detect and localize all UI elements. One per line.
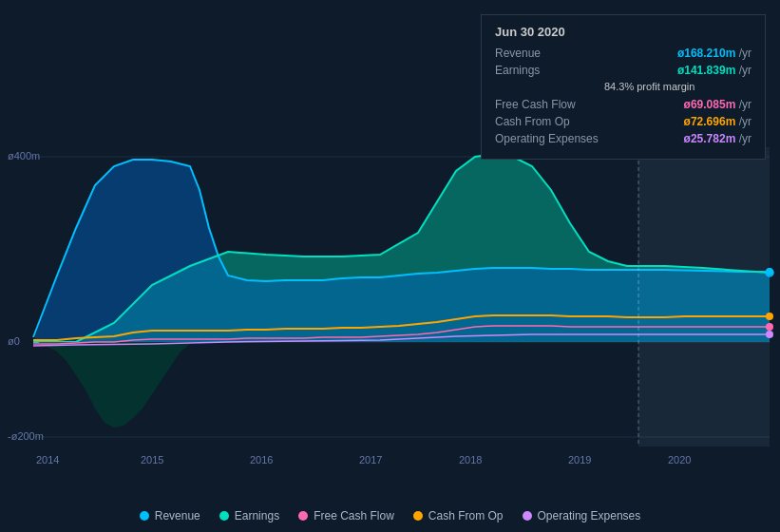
opex-legend-label: Operating Expenses xyxy=(538,509,641,522)
svg-point-8 xyxy=(766,313,773,320)
svg-text:2016: 2016 xyxy=(250,454,273,466)
cashfromop-legend-dot xyxy=(413,511,423,521)
legend-item-revenue[interactable]: Revenue xyxy=(140,509,200,522)
svg-text:2014: 2014 xyxy=(36,454,59,466)
fcf-legend-label: Free Cash Flow xyxy=(314,509,394,522)
earnings-legend-label: Earnings xyxy=(235,509,279,522)
legend-item-fcf[interactable]: Free Cash Flow xyxy=(298,509,394,522)
legend-item-earnings[interactable]: Earnings xyxy=(219,509,279,522)
profit-margin: 84.3% profit margin xyxy=(604,81,751,92)
svg-text:ø0: ø0 xyxy=(8,335,20,347)
cashfromop-label: Cash From Op xyxy=(495,115,599,128)
info-row-revenue: Revenue ø168.210m /yr xyxy=(495,47,751,60)
svg-text:2020: 2020 xyxy=(668,454,691,466)
revenue-legend-label: Revenue xyxy=(155,509,200,522)
fcf-label: Free Cash Flow xyxy=(495,98,599,111)
fcf-legend-dot xyxy=(298,511,308,521)
svg-text:2017: 2017 xyxy=(359,454,382,466)
earnings-label: Earnings xyxy=(495,64,599,77)
info-box: Jun 30 2020 Revenue ø168.210m /yr Earnin… xyxy=(481,14,766,160)
info-row-earnings: Earnings ø141.839m /yr xyxy=(495,64,751,77)
legend-item-cashfromop[interactable]: Cash From Op xyxy=(413,509,504,522)
svg-text:2015: 2015 xyxy=(141,454,163,466)
earnings-value: ø141.839m /yr xyxy=(677,64,751,77)
info-row-fcf: Free Cash Flow ø69.085m /yr xyxy=(495,98,751,111)
legend-item-opex[interactable]: Operating Expenses xyxy=(523,509,641,522)
svg-text:-ø200m: -ø200m xyxy=(8,430,44,442)
chart-container: ø400m ø0 -ø200m 2014 2015 2016 2017 2018… xyxy=(0,0,780,532)
svg-text:2018: 2018 xyxy=(459,454,482,466)
chart-legend: Revenue Earnings Free Cash Flow Cash Fro… xyxy=(0,509,780,522)
revenue-value: ø168.210m /yr xyxy=(677,47,751,60)
opex-legend-dot xyxy=(523,511,532,521)
revenue-legend-dot xyxy=(140,511,149,521)
svg-text:ø400m: ø400m xyxy=(8,150,40,162)
info-box-date: Jun 30 2020 xyxy=(495,25,751,39)
info-row-opex: Operating Expenses ø25.782m /yr xyxy=(495,132,751,145)
opex-value: ø25.782m /yr xyxy=(684,132,751,145)
earnings-legend-dot xyxy=(219,511,229,521)
svg-point-10 xyxy=(766,331,773,338)
svg-text:2019: 2019 xyxy=(568,454,591,466)
opex-label: Operating Expenses xyxy=(495,132,599,145)
revenue-label: Revenue xyxy=(495,47,599,60)
cashfromop-legend-label: Cash From Op xyxy=(428,509,504,522)
info-row-cashfromop: Cash From Op ø72.696m /yr xyxy=(495,115,751,128)
svg-point-9 xyxy=(766,323,773,331)
cashfromop-value: ø72.696m /yr xyxy=(684,115,751,128)
fcf-value: ø69.085m /yr xyxy=(684,98,751,111)
